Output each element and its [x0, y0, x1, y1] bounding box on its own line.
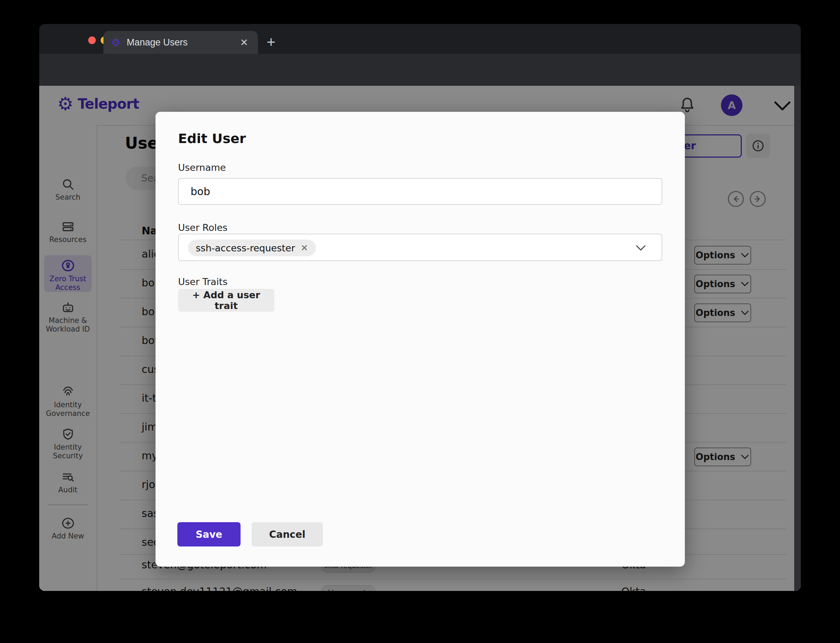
edit-user-dialog: Edit User Username User Roles ssh-access… [155, 112, 685, 566]
select-chevron-down-icon[interactable] [634, 243, 647, 253]
page-content: ⚙ Teleport A Search R [39, 86, 801, 591]
user-traits-label: User Traits [178, 276, 227, 287]
save-button[interactable]: Save [177, 522, 241, 547]
tab-close-icon[interactable]: ✕ [240, 37, 248, 48]
username-label: Username [178, 162, 226, 173]
tab-title: Manage Users [127, 37, 188, 48]
browser-window: ⚙ Manage Users ✕ + root.gravitational.io… [39, 24, 801, 591]
browser-toolbar: root.gravitational.io:3080/web/users Inc… [39, 54, 801, 86]
user-roles-select[interactable]: ssh-access-requester ✕ [178, 233, 662, 261]
tab-favicon-gear-icon: ⚙ [111, 36, 121, 49]
username-field[interactable] [178, 178, 662, 205]
dialog-title: Edit User [178, 131, 246, 146]
browser-tab[interactable]: ⚙ Manage Users ✕ [103, 31, 258, 54]
tab-strip: ⚙ Manage Users ✕ + [39, 24, 801, 54]
role-chip: ssh-access-requester ✕ [188, 240, 316, 256]
remove-role-icon[interactable]: ✕ [300, 243, 308, 253]
user-roles-label: User Roles [178, 222, 227, 233]
cancel-button[interactable]: Cancel [252, 522, 323, 547]
close-window-button[interactable] [88, 36, 96, 44]
screen: ⚙ Manage Users ✕ + root.gravitational.io… [0, 0, 840, 643]
new-tab-button[interactable]: + [267, 35, 276, 49]
role-chip-label: ssh-access-requester [196, 243, 295, 253]
add-user-trait-button[interactable]: + Add a user trait [178, 289, 274, 312]
